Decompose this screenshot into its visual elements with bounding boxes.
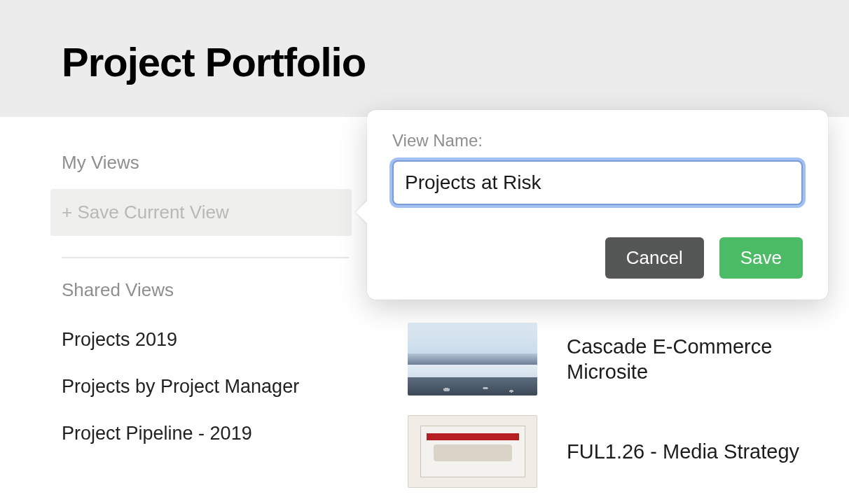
project-row[interactable]: Cascade E-Commerce Microsite	[408, 313, 842, 405]
sidebar: My Views + Save Current View Shared View…	[0, 117, 352, 498]
project-title: FUL1.26 - Media Strategy	[567, 439, 799, 464]
cancel-button[interactable]: Cancel	[605, 237, 704, 279]
project-thumbnail	[408, 415, 537, 488]
shared-view-label: Project Pipeline - 2019	[62, 423, 252, 444]
shared-view-label: Projects 2019	[62, 329, 177, 350]
shared-views-label: Shared Views	[62, 279, 352, 301]
save-current-view-label: + Save Current View	[62, 202, 229, 223]
project-title: Cascade E-Commerce Microsite	[567, 334, 842, 385]
popover-actions: Cancel Save	[392, 237, 803, 279]
save-view-popover: View Name: Cancel Save	[367, 110, 828, 300]
shared-view-item[interactable]: Project Pipeline - 2019	[62, 410, 352, 457]
shared-view-label: Projects by Project Manager	[62, 376, 299, 397]
sidebar-divider	[62, 257, 349, 258]
project-thumbnail	[408, 323, 537, 396]
project-row[interactable]: FUL1.26 - Media Strategy	[408, 405, 842, 498]
shared-view-item[interactable]: Projects 2019	[62, 316, 352, 363]
save-button[interactable]: Save	[719, 237, 803, 279]
page-header: Project Portfolio	[0, 0, 849, 117]
my-views-label: My Views	[62, 152, 352, 174]
view-name-input[interactable]	[392, 160, 803, 205]
body: My Views + Save Current View Shared View…	[0, 117, 849, 498]
save-current-view-button[interactable]: + Save Current View	[50, 189, 352, 236]
shared-view-item[interactable]: Projects by Project Manager	[62, 363, 352, 410]
view-name-label: View Name:	[392, 131, 803, 150]
page-title: Project Portfolio	[62, 38, 849, 85]
